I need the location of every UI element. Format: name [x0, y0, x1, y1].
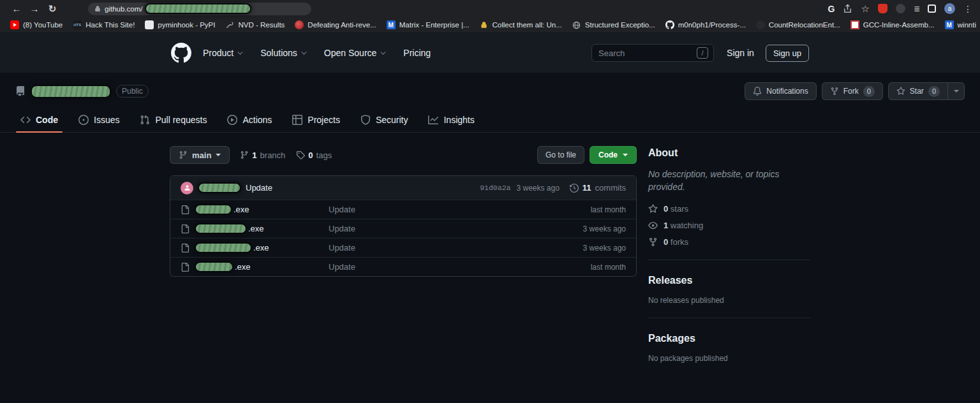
github-header: Product Solutions Open Source Pricing / …: [0, 33, 980, 73]
bookmark-youtube[interactable]: (8) YouTube: [5, 18, 68, 32]
about-heading: About: [648, 147, 810, 159]
file-row[interactable]: .exe Update 3 weeks ago: [170, 219, 636, 238]
bookmark-gcc-inline-assembly[interactable]: GCC-Inline-Assemb...: [845, 18, 940, 32]
header-nav: Product Solutions Open Source Pricing: [203, 48, 431, 58]
browser-profile-avatar[interactable]: a: [944, 3, 955, 14]
repo-actions: Notifications Fork 0 Star 0: [745, 82, 965, 100]
reload-icon[interactable]: ↻: [43, 0, 61, 17]
stars-link[interactable]: 0 stars: [648, 204, 810, 214]
file-name-cell[interactable]: .exe: [181, 262, 329, 272]
google-icon[interactable]: G: [828, 4, 835, 13]
latest-commit-row: Update 91d0a2a 3 weeks ago 11 commits: [170, 176, 636, 200]
adblock-extension-icon[interactable]: [878, 4, 887, 13]
file-commit-date: last month: [591, 205, 626, 214]
tab-code[interactable]: Code: [10, 109, 68, 132]
caret-down-icon: [623, 154, 628, 156]
file-name-cell[interactable]: .exe: [181, 243, 329, 253]
slash-shortcut-badge: /: [697, 47, 708, 59]
branch-toolbar: main 1branch 0tags Go to file Code: [170, 146, 637, 164]
branch-selector-button[interactable]: main: [170, 146, 230, 164]
file-row[interactable]: .exe Update last month: [170, 200, 636, 219]
browser-toolbar: ← → ↻ github.com/ G ☆ ≣ a ⋮: [0, 0, 980, 17]
tab-issues[interactable]: Issues: [68, 109, 130, 132]
forward-icon[interactable]: →: [26, 0, 43, 17]
commit-history-link[interactable]: 11 commits: [570, 183, 626, 193]
repo-sidebar: About No description, website, or topics…: [648, 146, 810, 363]
star-button[interactable]: Star 0: [888, 82, 948, 100]
file-browser-box: Update 91d0a2a 3 weeks ago 11 commits .e…: [170, 175, 637, 277]
watching-link[interactable]: 1 watching: [648, 221, 810, 230]
commit-hash-link[interactable]: 91d0a2a: [480, 184, 510, 192]
code-actions: Go to file Code: [537, 146, 637, 164]
tab-projects[interactable]: Projects: [282, 109, 350, 132]
tab-security[interactable]: Security: [350, 109, 419, 132]
commit-date: 3 weeks ago: [516, 184, 559, 193]
bookmark-defeating-antireverse[interactable]: Defeating Anti-reve...: [290, 18, 381, 32]
reading-list-extension-icon[interactable]: ≣: [914, 4, 919, 13]
bookmark-pyminhook[interactable]: pyminhook - PyPI: [140, 18, 220, 32]
file-commit-message[interactable]: Update: [329, 243, 583, 253]
file-name-cell[interactable]: .exe: [181, 224, 329, 233]
bookmark-m0n0ph1-process[interactable]: m0n0ph1/Process-...: [660, 18, 751, 32]
redacted-file-name: [196, 205, 231, 214]
sign-up-button[interactable]: Sign up: [766, 45, 809, 62]
back-icon[interactable]: ←: [8, 0, 26, 17]
tab-pull-requests[interactable]: Pull requests: [130, 109, 217, 132]
bookmark-matrix[interactable]: MMatrix - Enterprise |...: [382, 18, 475, 32]
url-text: github.com/: [105, 5, 142, 13]
file-commit-message[interactable]: Update: [329, 262, 591, 272]
bookmark-structured-exception[interactable]: Structured Exceptio...: [567, 18, 660, 32]
nav-open-source[interactable]: Open Source: [324, 48, 385, 58]
code-download-button[interactable]: Code: [590, 146, 637, 164]
repo-icon: [15, 86, 26, 96]
fork-button[interactable]: Fork 0: [822, 82, 883, 100]
forks-link[interactable]: 0 forks: [648, 237, 810, 247]
toolbar-actions: G ☆ ≣ a ⋮: [828, 3, 972, 14]
menu-dots-icon[interactable]: ⋮: [963, 4, 972, 13]
sign-in-link[interactable]: Sign in: [727, 48, 754, 58]
tab-insights[interactable]: Insights: [418, 109, 484, 132]
fork-count: 0: [863, 86, 875, 97]
commit-message-link[interactable]: Update: [246, 183, 272, 193]
bookmark-hackthissite[interactable]: HTSHack This Site!: [68, 18, 140, 32]
tab-actions[interactable]: Actions: [217, 109, 282, 132]
branch-count-link[interactable]: 1branch: [240, 150, 285, 160]
go-to-file-button[interactable]: Go to file: [537, 146, 584, 164]
commit-author-avatar[interactable]: [181, 182, 193, 194]
star-button-group: Star 0: [888, 82, 965, 100]
star-dropdown-button[interactable]: [948, 82, 965, 100]
file-row[interactable]: .exe Update 3 weeks ago: [170, 238, 636, 257]
github-logo[interactable]: [171, 43, 191, 63]
red-site-icon: [295, 20, 304, 29]
gcc-icon: [850, 20, 859, 29]
bookmark-countrelocation[interactable]: CountRelocationEnt...: [751, 18, 845, 32]
redacted-commit-author[interactable]: [199, 184, 240, 192]
releases-empty-text: No releases published: [648, 296, 810, 305]
share-icon[interactable]: [843, 4, 852, 13]
caret-down-icon: [954, 90, 959, 92]
bookmark-collect-them-all[interactable]: Collect them all: Un...: [474, 18, 567, 32]
hackthissite-icon: HTS: [73, 20, 82, 29]
bookmarks-bar: (8) YouTube HTSHack This Site! pyminhook…: [0, 17, 980, 33]
nav-solutions[interactable]: Solutions: [260, 48, 305, 58]
redacted-repo-name[interactable]: [32, 86, 110, 97]
sidebar-extension-icon[interactable]: [928, 4, 936, 13]
extension-icon[interactable]: [896, 4, 905, 13]
redacted-file-name: [196, 263, 232, 271]
file-row[interactable]: .exe Update last month: [170, 257, 636, 276]
nav-product[interactable]: Product: [203, 48, 241, 58]
branch-tag-stats: 1branch 0tags: [240, 150, 332, 160]
bookmark-star-icon[interactable]: ☆: [861, 4, 869, 13]
notifications-button[interactable]: Notifications: [745, 82, 816, 100]
redacted-file-name: [196, 224, 246, 233]
file-commit-message[interactable]: Update: [329, 224, 583, 233]
bookmark-nvd[interactable]: NVD - Results: [220, 18, 290, 32]
search-input[interactable]: [597, 48, 697, 59]
search-box[interactable]: /: [591, 44, 714, 62]
file-commit-message[interactable]: Update: [329, 205, 591, 214]
file-name-cell[interactable]: .exe: [181, 205, 329, 214]
bookmark-winnti[interactable]: Mwinnti: [940, 18, 980, 32]
address-bar[interactable]: github.com/: [88, 3, 311, 15]
nav-pricing[interactable]: Pricing: [403, 48, 431, 58]
tag-count-link[interactable]: 0tags: [296, 150, 332, 160]
